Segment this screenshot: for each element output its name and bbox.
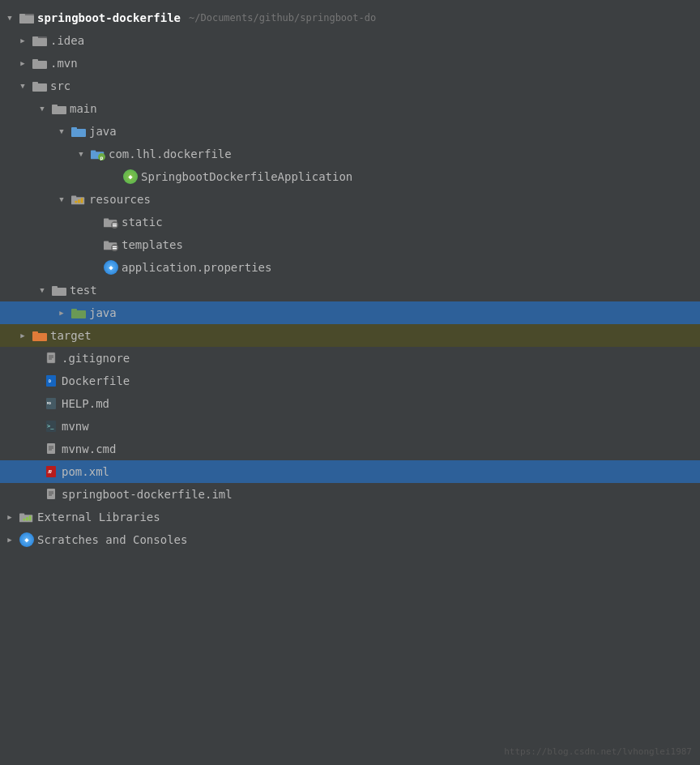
svg-rect-4 [32,38,47,46]
watermark: https://blog.csdn.net/lvhonglei1987 [504,746,692,757]
java-test-arrow [55,306,68,319]
tree-item-mvn[interactable]: .mvn [0,52,700,75]
svg-rect-36 [71,309,77,311]
tree-item-external-libraries[interactable]: External Libraries [0,506,700,528]
svg-rect-35 [71,310,86,318]
svg-rect-7 [32,59,38,62]
test-arrow [36,284,49,297]
svg-rect-37 [32,333,47,341]
svg-rect-8 [32,83,47,92]
tree-item-templates[interactable]: templates [0,233,700,256]
mvn-arrow [16,57,29,70]
tree-item-test[interactable]: test [0,279,700,301]
mvnw-label: mvnw [62,420,89,433]
root-label: springboot-dockerfile [37,11,181,24]
helpmd-icon: MD [45,397,58,410]
tree-item-resources[interactable]: resources [0,188,700,211]
svg-rect-12 [71,129,86,137]
appprops-icon: ◆ [104,260,118,275]
tree-item-appprops[interactable]: ◆ application.properties [0,256,700,279]
svg-rect-10 [52,106,66,114]
svg-rect-34 [52,286,58,288]
java-folder-icon [71,124,86,139]
target-label: target [50,329,92,342]
pomxml-label: pom.xml [62,465,109,478]
svg-rect-61 [19,514,24,516]
resources-folder-icon [71,192,86,207]
test-folder-icon [52,283,66,297]
mvnwcmd-icon [45,442,58,455]
svg-rect-19 [71,196,76,199]
tree-item-java-test[interactable]: java [0,301,700,324]
java-test-folder-icon [71,306,86,320]
svg-rect-32 [113,248,117,249]
springapp-label: SpringbootDockerfileApplication [141,170,352,183]
svg-rect-22 [75,201,78,203]
java-arrow [55,125,68,138]
scratches-label: Scratches and Consoles [37,533,187,546]
mvnwcmd-label: mvnw.cmd [62,442,116,455]
svg-point-30 [111,244,118,251]
svg-text:D: D [49,378,51,383]
svg-rect-24 [104,219,109,221]
tree-item-pomxml[interactable]: m pom.xml [0,460,700,483]
resources-label: resources [89,193,151,206]
svg-rect-1 [19,15,34,24]
tree-item-java[interactable]: java [0,120,700,143]
scratches-arrow [3,533,16,546]
src-label: src [50,79,70,92]
tree-item-springapp[interactable]: ◆ SpringbootDockerfileApplication [0,165,700,188]
tree-item-package[interactable]: p com.lhl.dockerfile [0,143,700,165]
gitignore-label: .gitignore [62,352,130,365]
svg-rect-15 [91,151,96,153]
tree-item-main[interactable]: main [0,97,700,120]
root-folder-icon [19,11,34,25]
tree-item-iml[interactable]: springboot-dockerfile.iml [0,483,700,506]
src-arrow [16,79,29,92]
svg-rect-38 [32,331,38,334]
java-label: java [89,125,117,138]
target-folder-icon [32,328,47,343]
gitignore-icon [45,352,58,365]
svg-rect-26 [113,224,117,224]
appprops-label: application.properties [122,261,271,274]
root-arrow [3,11,16,24]
tree-item-mvnwcmd[interactable]: mvnw.cmd [0,438,700,460]
tree-item-gitignore[interactable]: .gitignore [0,347,700,370]
pomxml-icon: m [45,465,58,478]
idea-label: .idea [50,34,84,47]
svg-rect-13 [71,127,77,130]
ext-lib-icon [19,510,34,524]
package-arrow [75,147,88,160]
tree-item-target[interactable]: target [0,324,700,347]
svg-text:MD: MD [47,401,51,405]
static-folder-icon [104,215,118,229]
tree-item-scratches[interactable]: ◆ Scratches and Consoles [0,528,700,551]
tree-item-helpmd[interactable]: MD HELP.md [0,392,700,415]
mvnw-icon: >_ [45,420,58,433]
dockerfile-label: Dockerfile [62,374,130,387]
tree-item-static[interactable]: static [0,211,700,233]
package-folder-icon: p [91,147,105,161]
tree-root[interactable]: springboot-dockerfile ~/Documents/github… [0,6,700,29]
svg-rect-64 [23,519,26,521]
dockerfile-icon: D [45,374,58,387]
tree-item-src[interactable]: src [0,75,700,97]
tree-item-mvnw[interactable]: >_ mvnw [0,415,700,438]
file-tree: springboot-dockerfile ~/Documents/github… [0,0,700,765]
svg-rect-33 [52,288,66,296]
svg-text:>_: >_ [47,423,54,430]
root-subtitle: ~/Documents/github/springboot-do [189,12,376,24]
helpmd-label: HELP.md [62,397,109,410]
svg-rect-63 [29,515,32,520]
tree-item-dockerfile[interactable]: D Dockerfile [0,370,700,392]
svg-text:p: p [100,155,104,160]
idea-folder-icon [32,33,47,48]
svg-rect-6 [32,61,47,69]
java-test-label: java [89,306,117,319]
resources-arrow [55,193,68,206]
svg-rect-5 [32,36,38,39]
tree-item-idea[interactable]: .idea [0,29,700,52]
svg-rect-20 [78,199,80,203]
scratches-icon: ◆ [19,532,34,547]
